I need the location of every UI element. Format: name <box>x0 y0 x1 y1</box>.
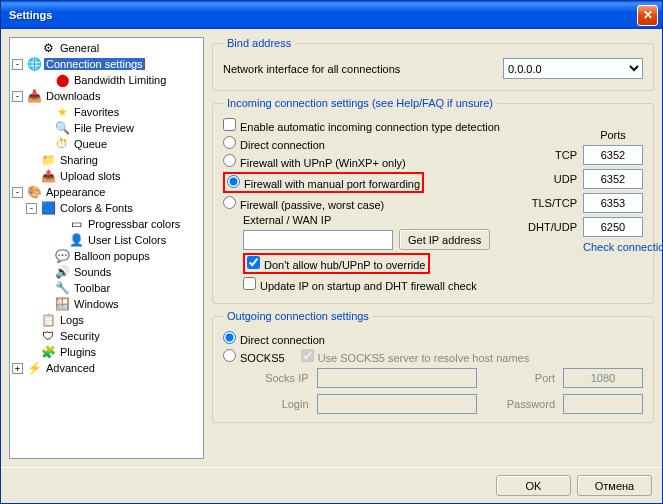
tree-uploadslots[interactable]: 📤Upload slots <box>12 168 201 184</box>
download-icon: 📥 <box>26 88 42 104</box>
tree-userlist[interactable]: 👤User List Colors <box>12 232 201 248</box>
dhtudp-label: DHT/UDP <box>528 221 577 233</box>
tree-filepreview[interactable]: 🔍File Preview <box>12 120 201 136</box>
share-icon: 📁 <box>40 152 56 168</box>
socksip-label: Socks IP <box>243 372 309 384</box>
cancel-button[interactable]: Отмена <box>577 475 652 496</box>
extip-label: External / WAN IP <box>243 214 331 226</box>
collapse-icon[interactable]: - <box>12 59 23 70</box>
tcp-input[interactable] <box>583 145 643 165</box>
toolbar-icon: 🔧 <box>54 280 70 296</box>
shield-icon: 🛡 <box>40 328 56 344</box>
tree-connection[interactable]: -🌐Connection settings <box>12 56 201 72</box>
tree-toolbar[interactable]: 🔧Toolbar <box>12 280 201 296</box>
upload-icon: 📤 <box>40 168 56 184</box>
password-input <box>563 394 643 414</box>
manual-radio[interactable]: Firewall with manual port forwarding <box>227 175 420 190</box>
tree-plugins[interactable]: 🧩Plugins <box>12 344 201 360</box>
dhtudp-input[interactable] <box>583 217 643 237</box>
tree-sounds[interactable]: 🔊Sounds <box>12 264 201 280</box>
login-input <box>317 394 477 414</box>
outgoing-legend: Outgoing connection settings <box>223 310 373 322</box>
star-icon: ★ <box>54 104 70 120</box>
collapse-icon[interactable]: - <box>26 203 37 214</box>
tree-favorites[interactable]: ★Favorites <box>12 104 201 120</box>
tree-sharing[interactable]: 📁Sharing <box>12 152 201 168</box>
plugin-icon: 🧩 <box>40 344 56 360</box>
expand-icon[interactable]: + <box>12 363 23 374</box>
balloon-icon: 💬 <box>54 248 70 264</box>
tree-windows[interactable]: 🪟Windows <box>12 296 201 312</box>
window-title: Settings <box>5 9 637 21</box>
speed-icon: ⬤ <box>54 72 70 88</box>
user-icon: 👤 <box>68 232 84 248</box>
ok-button[interactable]: OK <box>496 475 571 496</box>
extip-input[interactable] <box>243 230 393 250</box>
tree-progressbar[interactable]: ▭Progressbar colors <box>12 216 201 232</box>
bind-label: Network interface for all connections <box>223 63 497 75</box>
preview-icon: 🔍 <box>54 120 70 136</box>
gear-icon: ⚙ <box>40 40 56 56</box>
out-direct-radio[interactable]: Direct connection <box>223 331 325 346</box>
passive-radio[interactable]: Firewall (passive, worst case) <box>223 196 384 211</box>
tree-queue[interactable]: ⏱Queue <box>12 136 201 152</box>
ports-header: Ports <box>583 129 643 141</box>
tree-advanced[interactable]: +⚡Advanced <box>12 360 201 376</box>
resolve-check: Use SOCKS5 server to resolve host names <box>301 349 530 364</box>
advanced-icon: ⚡ <box>26 360 42 376</box>
progress-icon: ▭ <box>68 216 84 232</box>
tree-balloon[interactable]: 💬Balloon popups <box>12 248 201 264</box>
port-label: Port <box>485 372 555 384</box>
login-label: Login <box>243 398 309 410</box>
tree-downloads[interactable]: -📥Downloads <box>12 88 201 104</box>
sound-icon: 🔊 <box>54 264 70 280</box>
outgoing-group: Outgoing connection settings Direct conn… <box>212 310 654 423</box>
tree-appearance[interactable]: -🎨Appearance <box>12 184 201 200</box>
port-input <box>563 368 643 388</box>
socksip-input <box>317 368 477 388</box>
tree-general[interactable]: ⚙General <box>12 40 201 56</box>
tree-bandwidth[interactable]: ⬤Bandwidth Limiting <box>12 72 201 88</box>
direct-radio[interactable]: Direct connection <box>223 136 325 151</box>
queue-icon: ⏱ <box>54 136 70 152</box>
udp-label: UDP <box>528 173 577 185</box>
tree-logs[interactable]: 📋Logs <box>12 312 201 328</box>
tcp-label: TCP <box>528 149 577 161</box>
incoming-legend: Incoming connection settings (see Help/F… <box>223 97 497 109</box>
settings-tree[interactable]: ⚙General -🌐Connection settings ⬤Bandwidt… <box>9 37 204 459</box>
tlstcp-label: TLS/TCP <box>528 197 577 209</box>
tlstcp-input[interactable] <box>583 193 643 213</box>
titlebar: Settings ✕ <box>1 1 662 29</box>
auto-detect-check[interactable]: Enable automatic incoming connection typ… <box>223 118 500 133</box>
out-socks5-radio[interactable]: SOCKS5 <box>223 349 285 364</box>
tree-colorsfonts[interactable]: -🟦Colors & Fonts <box>12 200 201 216</box>
bind-group: Bind address Network interface for all c… <box>212 37 654 91</box>
manual-radio-highlight: Firewall with manual port forwarding <box>223 172 424 193</box>
bind-legend: Bind address <box>223 37 295 49</box>
palette-icon: 🎨 <box>26 184 42 200</box>
collapse-icon[interactable]: - <box>12 91 23 102</box>
colors-icon: 🟦 <box>40 200 56 216</box>
dialog-footer: OK Отмена <box>1 467 662 503</box>
getip-button[interactable]: Get IP address <box>399 229 490 250</box>
close-button[interactable]: ✕ <box>637 5 658 26</box>
password-label: Password <box>485 398 555 410</box>
bind-select[interactable]: 0.0.0.0 <box>503 58 643 79</box>
upnp-radio[interactable]: Firewall with UPnP (WinXP+ only) <box>223 154 406 169</box>
collapse-icon[interactable]: - <box>12 187 23 198</box>
globe-icon: 🌐 <box>26 56 42 72</box>
noover-check[interactable]: Don't allow hub/UPnP to override <box>247 256 426 271</box>
udp-input[interactable] <box>583 169 643 189</box>
incoming-group: Incoming connection settings (see Help/F… <box>212 97 654 304</box>
noover-highlight: Don't allow hub/UPnP to override <box>243 253 430 274</box>
check-connection-link[interactable]: Check connection <box>583 241 643 253</box>
tree-security[interactable]: 🛡Security <box>12 328 201 344</box>
update-check[interactable]: Update IP on startup and DHT firewall ch… <box>243 277 477 292</box>
windows-icon: 🪟 <box>54 296 70 312</box>
log-icon: 📋 <box>40 312 56 328</box>
